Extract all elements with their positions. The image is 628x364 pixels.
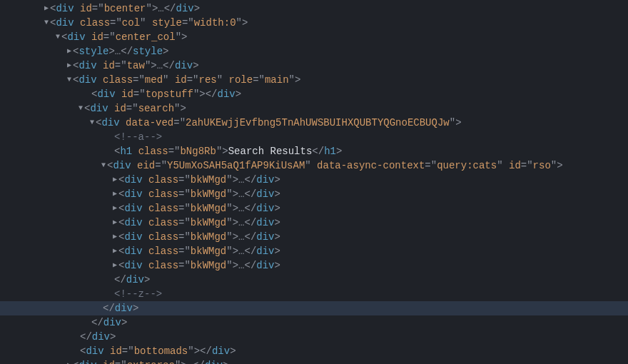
collapse-toggle-expanded-icon[interactable]: ▼ bbox=[43, 16, 50, 30]
code-line[interactable]: </div> bbox=[0, 330, 628, 344]
attr-name: id bbox=[103, 360, 115, 364]
collapse-toggle-expanded-icon[interactable]: ▼ bbox=[88, 116, 96, 130]
code-line[interactable]: </div> bbox=[0, 273, 628, 287]
tag-name: div bbox=[115, 303, 133, 314]
tag-name: div bbox=[113, 160, 131, 171]
code-line[interactable]: <div id="topstuff"></div> bbox=[0, 87, 628, 101]
code-line[interactable]: <!--z--> bbox=[0, 287, 628, 301]
attr-value: med bbox=[145, 74, 163, 86]
tag-name: div bbox=[124, 246, 142, 257]
tag-name: div bbox=[256, 174, 274, 186]
attr-name: id bbox=[110, 345, 122, 357]
attr-name: class bbox=[148, 174, 178, 186]
collapse-toggle-collapsed-icon[interactable]: ▶ bbox=[111, 201, 118, 216]
code-line[interactable]: ▶<div id="bcenter">…</div> bbox=[0, 1, 628, 16]
attr-name: class bbox=[148, 203, 178, 214]
code-line[interactable]: ▶<div class="bkWMgd">…</div> bbox=[0, 216, 628, 230]
code-line[interactable]: <!--a--> bbox=[0, 130, 628, 144]
ellipsis: … bbox=[115, 46, 121, 57]
attr-name: class bbox=[148, 246, 178, 257]
code-line[interactable]: ▼<div id="search"> bbox=[0, 101, 628, 116]
text-node: Search Results bbox=[228, 146, 313, 157]
ellipsis: … bbox=[238, 246, 244, 257]
code-line[interactable]: ▶<div class="bkWMgd">…</div> bbox=[0, 230, 628, 244]
attr-value: main bbox=[265, 74, 289, 86]
collapse-toggle-collapsed-icon[interactable]: ▶ bbox=[43, 1, 50, 16]
collapse-toggle-collapsed-icon[interactable]: ▶ bbox=[111, 173, 118, 187]
code-line[interactable]: ▶<div id="extrares">…</div> bbox=[0, 358, 628, 364]
collapse-toggle-collapsed-icon[interactable]: ▶ bbox=[66, 59, 73, 73]
attr-value: bNg8Rb bbox=[180, 146, 216, 157]
attr-value: search bbox=[138, 103, 174, 114]
tag-name: div bbox=[90, 103, 108, 114]
code-line[interactable]: <h1 class="bNg8Rb">Search Results</h1> bbox=[0, 144, 628, 158]
attr-value: col bbox=[122, 17, 140, 29]
code-line[interactable]: ▼<div id="center_col"> bbox=[0, 30, 628, 44]
collapse-toggle-collapsed-icon[interactable]: ▶ bbox=[111, 187, 118, 201]
code-line[interactable]: ▶<div class="bkWMgd">…</div> bbox=[0, 201, 628, 216]
tag-name: div bbox=[101, 117, 119, 128]
tag-name: style bbox=[78, 46, 108, 57]
ellipsis: … bbox=[187, 360, 193, 364]
collapse-toggle-collapsed-icon[interactable]: ▶ bbox=[111, 258, 118, 273]
attr-value: bkWMgd bbox=[191, 203, 226, 214]
code-line[interactable]: ▶<div class="bkWMgd">…</div> bbox=[0, 244, 628, 258]
tag-name: div bbox=[256, 203, 274, 214]
code-line[interactable]: ▼<div class="med" id="res" role="main"> bbox=[0, 73, 628, 87]
attr-value: width:0 bbox=[194, 17, 236, 29]
tag-name: div bbox=[256, 246, 274, 257]
tag-name: div bbox=[124, 188, 142, 200]
tag-name: div bbox=[124, 203, 142, 214]
tag-name: div bbox=[212, 345, 230, 357]
dom-tree-panel: ▶<div id="bcenter">…</div>▼<div class="c… bbox=[0, 1, 628, 364]
code-line[interactable]: ▶<div id="taw">…</div> bbox=[0, 59, 628, 73]
tag-name: div bbox=[103, 317, 121, 328]
ellipsis: … bbox=[238, 174, 244, 186]
code-line[interactable]: </div> bbox=[0, 315, 628, 330]
attr-value: extrares bbox=[127, 360, 175, 364]
ellipsis: … bbox=[238, 217, 244, 228]
code-line[interactable]: ▼<div data-ved="2ahUKEwjjEvfbng5TnAhUWSB… bbox=[0, 116, 628, 130]
code-line[interactable]: ▶<div class="bkWMgd">…</div> bbox=[0, 173, 628, 187]
ellipsis: … bbox=[238, 231, 244, 243]
attr-value: bkWMgd bbox=[191, 260, 226, 271]
collapse-toggle-expanded-icon[interactable]: ▼ bbox=[66, 73, 73, 87]
collapse-toggle-expanded-icon[interactable]: ▼ bbox=[100, 158, 107, 173]
tag-name: div bbox=[124, 217, 142, 228]
ellipsis: … bbox=[157, 60, 163, 71]
collapse-toggle-collapsed-icon[interactable]: ▶ bbox=[111, 244, 118, 258]
attr-name: id bbox=[114, 103, 126, 114]
code-line[interactable]: ▼<div eid="Y5UmXoSAH5aQ1fAP9KiUsAM" data… bbox=[0, 158, 628, 173]
attr-name: class bbox=[103, 74, 133, 86]
comment-node: <!--a--> bbox=[114, 131, 162, 143]
attr-name: class bbox=[148, 231, 178, 243]
ellipsis: … bbox=[238, 188, 244, 200]
code-line[interactable]: ▶<div class="bkWMgd">…</div> bbox=[0, 187, 628, 201]
attr-value: topstuff bbox=[146, 89, 193, 100]
attr-value: center_col bbox=[116, 31, 176, 43]
code-line[interactable]: ▼<div class="col" style="width:0"> bbox=[0, 16, 628, 30]
attr-name: id bbox=[509, 160, 521, 171]
tag-name: div bbox=[205, 360, 223, 364]
code-line[interactable]: <div id="bottomads"></div> bbox=[0, 344, 628, 358]
tag-name: div bbox=[124, 231, 142, 243]
collapse-toggle-collapsed-icon[interactable]: ▶ bbox=[111, 230, 118, 244]
collapse-toggle-collapsed-icon[interactable]: ▶ bbox=[111, 216, 118, 230]
tag-name: div bbox=[78, 360, 96, 364]
collapse-toggle-expanded-icon[interactable]: ▼ bbox=[54, 30, 61, 44]
code-line[interactable]: ▶<div class="bkWMgd">…</div> bbox=[0, 258, 628, 273]
code-line[interactable]: </div> bbox=[0, 301, 628, 315]
tag-name: div bbox=[175, 60, 193, 71]
collapse-toggle-expanded-icon[interactable]: ▼ bbox=[77, 101, 84, 116]
tag-name: h1 bbox=[324, 146, 336, 157]
tag-name: div bbox=[256, 231, 274, 243]
attr-value: bkWMgd bbox=[191, 188, 226, 200]
attr-value: bkWMgd bbox=[191, 246, 226, 257]
attr-value: bcenter bbox=[104, 3, 146, 14]
code-line[interactable]: ▶<style>…</style> bbox=[0, 44, 628, 59]
tag-name: div bbox=[78, 74, 96, 86]
ellipsis: … bbox=[238, 260, 244, 271]
collapse-toggle-collapsed-icon[interactable]: ▶ bbox=[66, 358, 73, 364]
tag-name: div bbox=[256, 260, 274, 271]
collapse-toggle-collapsed-icon[interactable]: ▶ bbox=[66, 44, 73, 59]
